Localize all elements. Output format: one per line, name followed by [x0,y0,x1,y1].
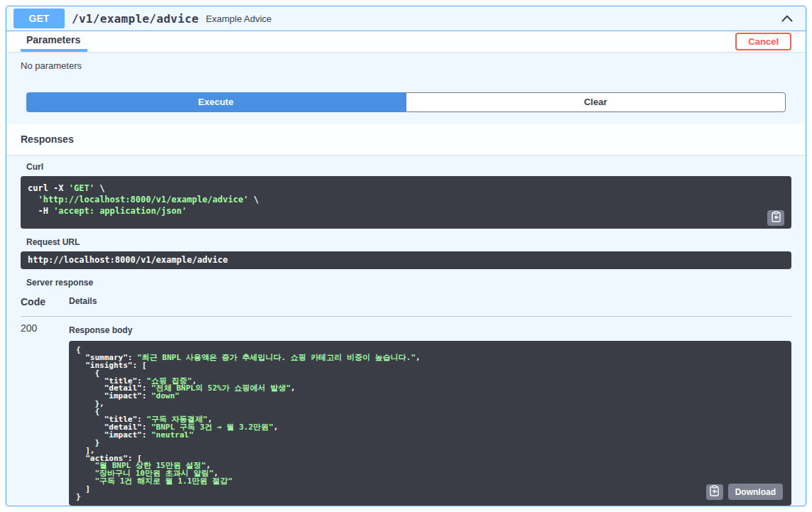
endpoint-path: /v1/example/advice [72,12,199,26]
request-url-value: http://localhost:8000/v1/example/advice [28,255,228,265]
code-line: "impact": "down" [76,393,784,401]
collapse-button[interactable] [779,11,796,27]
details-column-header: Details [69,296,97,307]
request-url-label: Request URL [26,237,791,247]
code-line: } [76,440,784,447]
code-column-header: Code [21,296,69,307]
request-url-block: http://localhost:8000/v1/example/advice [21,251,791,269]
execute-row: Execute Clear [6,92,806,124]
curl-code: curl -X 'GET' \ 'http://localhost:8000/v… [28,183,784,217]
code-line: curl -X 'GET' \ [28,183,784,194]
response-body-code: { "summary": "최근 BNPL 사용액은 증가 추세입니다. 쇼핑 … [76,347,784,501]
code-line: 'http://localhost:8000/v1/example/advice… [28,194,784,205]
opblock-summary[interactable]: GET /v1/example/advice Example Advice [6,6,806,31]
code-line: } [76,494,784,501]
copy-response-button[interactable] [706,484,723,500]
response-row-200: 200 Response body { "summary": "최근 BNPL … [21,317,791,506]
code-line: "insights": [ [76,362,784,370]
copy-to-clipboard-icon [771,211,781,224]
code-line: "구독 1건 해지로 월 1.1만원 절감" [76,478,784,486]
code-line: ], [76,447,784,455]
code-line: "detail": "전체 BNPL의 52%가 쇼핑에서 발생", [76,385,784,393]
curl-command-block: curl -X 'GET' \ 'http://localhost:8000/v… [21,176,791,229]
responses-header: Responses [6,124,806,155]
endpoint-summary: Example Advice [206,13,272,24]
method-badge: GET [13,9,65,28]
response-body-block: { "summary": "최근 BNPL 사용액은 증가 추세입니다. 쇼핑 … [69,341,791,506]
code-line: "summary": "최근 BNPL 사용액은 증가 추세입니다. 쇼핑 카테… [76,354,784,362]
code-line: }, [76,401,784,408]
tab-parameters[interactable]: Parameters [21,31,87,52]
no-parameters-text: No parameters [21,60,82,71]
parameters-body: No parameters [6,52,806,92]
response-table-head: Code Details [21,296,791,317]
responses-inner: Curl curl -X 'GET' \ 'http://localhost:8… [6,155,806,506]
code-line: ] [76,486,784,494]
copy-to-clipboard-icon [709,485,720,499]
opblock-get: GET /v1/example/advice Example Advice Pa… [6,6,806,506]
copy-curl-button[interactable] [767,210,784,226]
status-code: 200 [21,322,69,506]
responses-title: Responses [21,134,74,145]
download-button[interactable]: Download [728,484,783,500]
response-body-actions: Download [706,484,783,500]
response-body-label: Response body [69,325,791,335]
clear-button[interactable]: Clear [406,92,786,112]
server-response-label: Server response [26,278,791,288]
code-line: -H 'accept: application/json' [28,205,784,217]
chevron-up-icon [781,13,793,24]
page: GET /v1/example/advice Example Advice Pa… [0,0,812,512]
cancel-button[interactable]: Cancel [735,33,791,50]
parameters-header-right: Cancel [735,31,791,52]
curl-label: Curl [26,162,791,172]
code-line: "impact": "neutral" [76,432,784,440]
execute-button[interactable]: Execute [26,92,406,112]
parameters-header: Parameters Cancel [6,31,806,52]
response-details: Response body { "summary": "최근 BNPL 사용액은… [69,322,791,506]
